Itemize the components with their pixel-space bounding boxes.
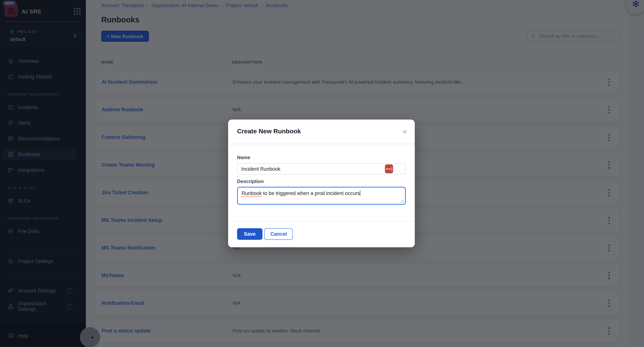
- name-label: Name: [237, 155, 250, 160]
- misspelled-word: Runbook: [242, 190, 262, 196]
- modal-header: Create New Runbook ✕: [228, 120, 415, 144]
- close-icon[interactable]: ✕: [400, 128, 408, 136]
- modal-footer-divider: [228, 221, 415, 221]
- text-caret: [360, 190, 360, 196]
- runbook-name-input[interactable]: [237, 163, 406, 174]
- modal-title: Create New Runbook: [237, 128, 301, 135]
- description-text: to be triggered when a prod incident occ…: [262, 190, 360, 196]
- textarea-resize-handle[interactable]: [400, 199, 404, 203]
- create-runbook-modal: Create New Runbook ✕ Name Description Ru…: [228, 120, 415, 247]
- save-button[interactable]: Save: [237, 228, 262, 240]
- runbook-description-textarea[interactable]: Runbook to be triggered when a prod inci…: [237, 187, 406, 205]
- cancel-button[interactable]: Cancel: [264, 228, 293, 240]
- description-label: Description: [237, 179, 264, 184]
- password-manager-autofill-icon[interactable]: [385, 164, 393, 173]
